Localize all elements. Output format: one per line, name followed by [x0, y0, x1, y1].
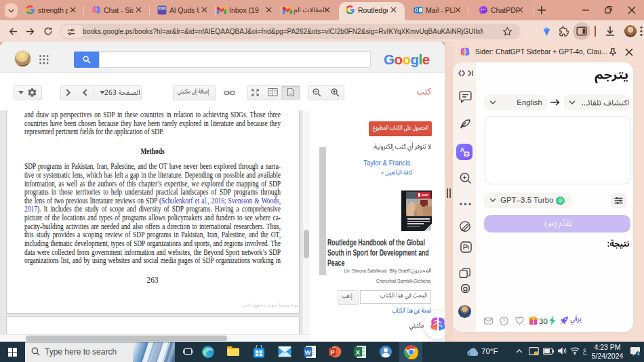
- svg-text:W: W: [305, 348, 311, 356]
- svg-text:X: X: [356, 348, 361, 356]
- svg-text:文: 文: [464, 152, 469, 157]
- svg-text:P: P: [330, 348, 335, 356]
- svg-text:?: ?: [502, 318, 506, 324]
- svg-text:AQU: AQU: [159, 7, 165, 10]
